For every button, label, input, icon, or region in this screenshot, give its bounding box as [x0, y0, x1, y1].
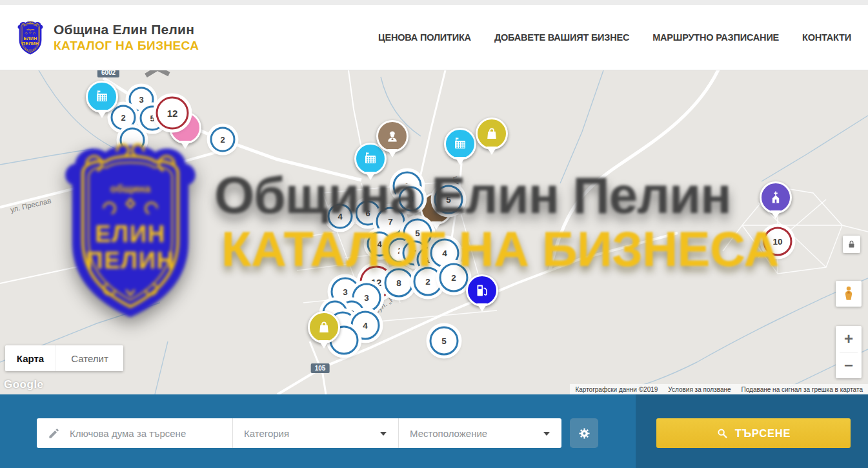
cluster-count: 10 [772, 237, 782, 247]
fuel-icon [474, 283, 490, 298]
cluster-marker[interactable]: 12 [156, 97, 189, 130]
cluster-count: 3 [139, 95, 143, 105]
cluster-count: 4 [442, 249, 447, 258]
cluster-marker[interactable]: 3 [399, 187, 424, 212]
bag-pin[interactable] [308, 311, 340, 343]
map-type-map-button[interactable]: Карта [5, 345, 56, 371]
pegman-icon [840, 285, 857, 302]
chevron-down-icon [543, 432, 550, 439]
site-header: община ЕЛИН ПЕЛИН Община Елин Пелин КАТА… [0, 5, 868, 70]
factory-pin[interactable] [86, 81, 118, 113]
cluster-marker[interactable]: 2 [210, 127, 236, 152]
factory-icon [363, 151, 378, 167]
category-select[interactable]: Категория [232, 418, 398, 448]
page-top-strip [0, 0, 868, 5]
cluster-count: 2 [451, 273, 456, 283]
zoom-out-button[interactable]: − [836, 352, 862, 378]
svg-text:община: община [26, 28, 34, 31]
attribution-text: Картографски данни ©2019 [575, 386, 658, 393]
cluster-marker[interactable]: 5 [434, 185, 463, 214]
cluster-marker[interactable]: 2 [414, 267, 443, 296]
cluster-count: 5 [441, 336, 447, 346]
brand-title: Община Елин Пелин [54, 22, 199, 37]
brand-subtitle: КАТАЛОГ НА БИЗНЕСА [54, 39, 199, 53]
pencil-icon [48, 427, 60, 440]
cluster-count: 3 [409, 194, 413, 204]
church-pin[interactable] [760, 181, 792, 214]
svg-text:ПЕЛИН: ПЕЛИН [22, 41, 39, 46]
worker-pin[interactable] [376, 120, 409, 152]
search-button-label: ТЪРСЕНЕ [735, 427, 791, 440]
nav-item-3[interactable]: МАРШРУТНО РАЗПИСАНИЕ [652, 32, 779, 43]
gear-icon [578, 427, 591, 440]
bag-pin[interactable] [476, 117, 508, 150]
zoom-control: + − [836, 326, 862, 378]
main-nav: ЦЕНОВА ПОЛИТИКАДОБАВЕТЕ ВАШИЯТ БИЗНЕСМАР… [378, 32, 851, 43]
cluster-count: 3 [364, 293, 369, 303]
chevron-down-icon [380, 432, 387, 439]
cluster-count: 6 [365, 209, 370, 218]
map-type-control: Карта Сателит [5, 345, 123, 371]
map-type-satellite-button[interactable]: Сателит [56, 345, 123, 371]
nav-item-1[interactable]: ЦЕНОВА ПОЛИТИКА [378, 32, 471, 43]
cluster-marker[interactable]: 8 [385, 269, 414, 298]
category-placeholder: Категория [244, 428, 289, 439]
pegman-control[interactable] [836, 281, 862, 307]
cluster-marker[interactable]: 10 [763, 227, 792, 256]
cluster-marker[interactable]: 4 [328, 204, 353, 229]
search-box: Категория Местоположение [37, 418, 561, 448]
factory-pin[interactable] [444, 128, 476, 160]
cluster-marker[interactable] [120, 128, 145, 153]
cluster-count: 3 [343, 287, 348, 297]
cluster-count: 2 [121, 113, 125, 123]
nav-item-2[interactable]: ДОБАВЕТЕ ВАШИЯТ БИЗНЕС [494, 32, 629, 43]
search-bar: Категория Местоположение ТЪРСЕНЕ [0, 394, 868, 468]
attribution-link[interactable]: Условия за ползване [668, 386, 731, 393]
lock-icon [846, 239, 857, 250]
google-logo[interactable]: Google [4, 378, 44, 391]
location-select[interactable]: Местоположение [398, 418, 561, 448]
cluster-count: 4 [363, 321, 368, 331]
cluster-count: 2 [220, 135, 225, 145]
keyword-field-wrap [37, 418, 232, 448]
site-brand[interactable]: община ЕЛИН ПЕЛИН Община Елин Пелин КАТА… [15, 19, 199, 56]
search-button[interactable]: ТЪРСЕНЕ [656, 418, 851, 448]
zoom-in-button[interactable]: + [836, 326, 862, 352]
advanced-settings-button[interactable] [570, 418, 598, 448]
church-icon [768, 190, 783, 205]
factory-icon [452, 136, 468, 152]
cluster-marker[interactable]: 2 [439, 263, 469, 292]
location-placeholder: Местоположение [410, 428, 487, 439]
cluster-count: 4 [338, 212, 342, 221]
cluster-count: 4 [377, 239, 381, 249]
cluster-marker[interactable]: 2 [111, 105, 136, 130]
cluster-count: 7 [388, 217, 393, 227]
street-view-lock-button[interactable] [843, 236, 860, 253]
cluster-count: 2 [398, 246, 402, 256]
cluster-count: 8 [396, 278, 401, 288]
cluster-count: 12 [167, 108, 178, 119]
cluster-marker[interactable]: 5 [430, 327, 459, 356]
search-icon [716, 427, 728, 439]
map-canvas[interactable]: 6002105ул. Преславбул. „Новоселция“ 3251… [0, 70, 868, 394]
bag-icon [316, 320, 332, 335]
cluster-count: 5 [415, 229, 420, 238]
nav-item-4[interactable]: КОНТАКТИ [802, 32, 851, 43]
bag-icon [484, 126, 500, 141]
fuel-pin[interactable] [466, 274, 498, 307]
cluster-count: 5 [446, 195, 451, 205]
municipality-logo-icon: община ЕЛИН ПЕЛИН [15, 19, 45, 56]
svg-text:ЕЛИН: ЕЛИН [23, 36, 37, 41]
cluster-count: 5 [150, 114, 154, 123]
attribution-link[interactable]: Подаване на сигнал за грешка в картата [742, 386, 863, 393]
worker-icon [385, 128, 400, 144]
cluster-count: 2 [425, 277, 430, 287]
map-markers: 32512223564754278412822338334510 [0, 70, 868, 394]
map-attribution: Картографски данни ©2019Условия за ползв… [570, 384, 868, 394]
factory-icon [94, 89, 110, 105]
keyword-input[interactable] [68, 427, 232, 440]
